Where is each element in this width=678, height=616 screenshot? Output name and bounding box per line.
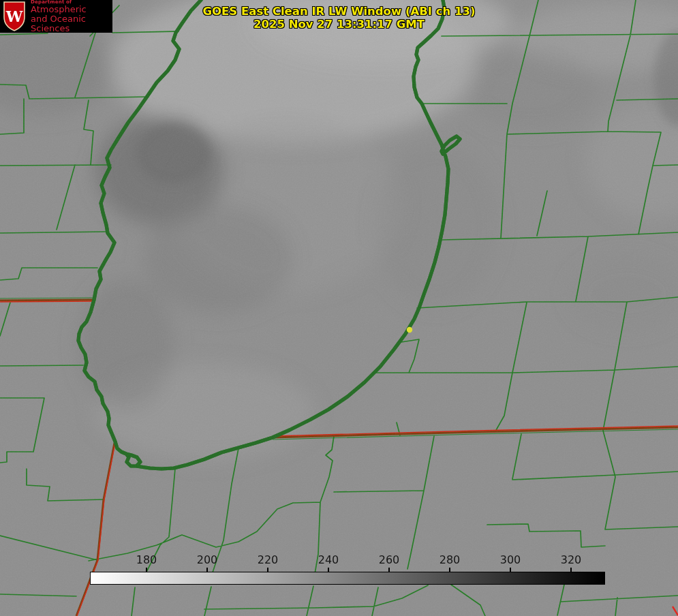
logo-line-2: and Oceanic Sciences: [31, 14, 112, 33]
colorbar-tick-label: 320: [561, 553, 582, 566]
goes-satellite-viewer: 180200220240260280300320 GOES East Clean…: [0, 0, 678, 616]
colorbar-tick-mark: [510, 568, 511, 572]
colorbar-tick-mark: [206, 568, 208, 572]
uw-crest-icon: W: [2, 1, 27, 32]
colorbar-tick-label: 240: [318, 553, 339, 566]
colorbar-tick-mark: [449, 568, 450, 572]
colorbar-tick-mark: [267, 568, 268, 572]
colorbar-tick-label: 260: [379, 553, 400, 566]
colorbar-tick-mark: [328, 568, 329, 572]
logo-text: Department of Atmospheric and Oceanic Sc…: [31, 0, 112, 33]
colorbar-tick-mark: [570, 568, 572, 572]
colorbar-ticks: 180200220240260280300320: [0, 0, 678, 616]
svg-text:W: W: [5, 7, 23, 25]
colorbar-tick-label: 220: [258, 553, 279, 566]
logo-line-1: Atmospheric: [31, 5, 112, 14]
colorbar-tick-label: 200: [197, 553, 218, 566]
colorbar-tick-label: 280: [440, 553, 461, 566]
colorbar-tick-mark: [388, 568, 390, 572]
colorbar-tick-label: 300: [500, 553, 521, 566]
uw-aos-logo: W Department of Atmospheric and Oceanic …: [0, 0, 112, 33]
colorbar-tick-label: 180: [136, 553, 157, 566]
colorbar-tick-mark: [146, 568, 147, 572]
